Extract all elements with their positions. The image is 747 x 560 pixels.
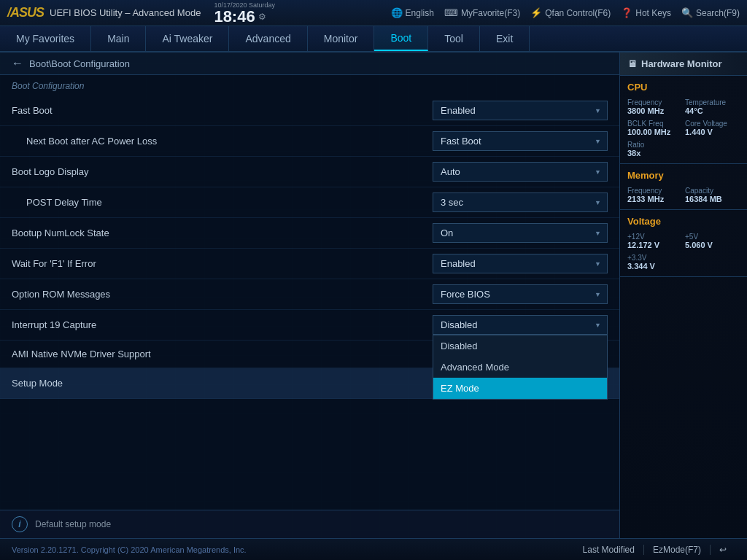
exit-button[interactable]: ↩ <box>711 545 735 555</box>
nav-ai-tweaker[interactable]: Ai Tweaker <box>146 26 229 51</box>
breadcrumb-bar: ← Boot\Boot Configuration <box>0 52 619 75</box>
next-boot-control: Fast Boot <box>433 131 608 151</box>
option-rom-value: Force BIOS <box>441 289 490 300</box>
fast-boot-label: Fast Boot <box>12 105 433 116</box>
interrupt19-value: Disabled <box>441 319 478 330</box>
hw-monitor-title-text: Hardware Monitor <box>641 58 722 69</box>
cpu-section-title: CPU <box>627 82 740 93</box>
keyboard-icon: ⌨ <box>444 7 458 18</box>
main-panel: ← Boot\Boot Configuration Boot Configura… <box>0 52 619 538</box>
memory-section-title: Memory <box>627 170 740 181</box>
datetime-block: 10/17/2020 Saturday 18:46 ⚙ <box>214 1 275 25</box>
option-rom-dropdown[interactable]: Force BIOS <box>433 284 608 304</box>
language-selector[interactable]: 🌐 English <box>391 7 434 18</box>
post-delay-label: POST Delay Time <box>26 197 433 208</box>
option-rom-control: Force BIOS <box>433 284 608 304</box>
info-bar: i Default setup mode <box>0 510 619 538</box>
settings-list: Fast Boot Enabled Next Boot after AC Pow… <box>0 94 619 510</box>
nav-tool[interactable]: Tool <box>428 26 480 51</box>
hw-monitor-title: 🖥 Hardware Monitor <box>620 52 747 76</box>
main-container: /ASUS UEFI BIOS Utility – Advanced Mode … <box>0 0 747 560</box>
numlock-label: Bootup NumLock State <box>12 228 433 238</box>
cpu-freq-label: Frequency 3800 MHz <box>627 98 682 115</box>
hotkeys-button[interactable]: ❓ Hot Keys <box>621 7 671 18</box>
ez-mode-button[interactable]: EzMode(F7) <box>644 545 711 555</box>
boot-logo-value: Auto <box>441 166 460 177</box>
numlock-control: On <box>433 223 608 243</box>
fast-boot-row: Fast Boot Enabled <box>0 96 619 126</box>
breadcrumb: Boot\Boot Configuration <box>29 58 130 69</box>
mem-capacity-label: Capacity 16384 MB <box>685 187 740 203</box>
boot-logo-dropdown[interactable]: Auto <box>433 162 608 182</box>
wait-f1-label: Wait For 'F1' If Error <box>12 258 433 269</box>
boot-logo-label: Boot Logo Display <box>12 166 433 177</box>
cpu-corevolt-label: Core Voltage 1.440 V <box>685 120 740 136</box>
bottom-right-actions: Last Modified EzMode(F7) ↩ <box>574 545 735 555</box>
nav-bar: My Favorites Main Ai Tweaker Advanced Mo… <box>0 26 747 52</box>
post-delay-value: 3 sec <box>441 197 463 208</box>
help-icon: ❓ <box>621 7 632 18</box>
fast-boot-dropdown[interactable]: Enabled <box>433 101 608 120</box>
wait-f1-dropdown[interactable]: Enabled <box>433 254 608 273</box>
boot-logo-row: Boot Logo Display Auto <box>0 157 619 187</box>
version-text: Version 2.20.1271. Copyright (C) 2020 Am… <box>12 545 247 554</box>
language-label: English <box>406 8 434 18</box>
nav-boot[interactable]: Boot <box>374 26 428 51</box>
numlock-row: Bootup NumLock State On <box>0 218 619 249</box>
myfavorite-button[interactable]: ⌨ MyFavorite(F3) <box>444 7 520 18</box>
interrupt19-dropdown[interactable]: Disabled <box>433 315 608 335</box>
logo-area: /ASUS UEFI BIOS Utility – Advanced Mode <box>7 5 201 20</box>
wait-f1-control: Enabled <box>433 254 608 273</box>
setup-mode-label: Setup Mode <box>12 378 433 389</box>
info-text: Default setup mode <box>35 519 111 529</box>
boot-logo-control: Auto <box>433 162 608 182</box>
cpu-bclk-label: BCLK Freq 100.00 MHz <box>627 120 682 136</box>
nav-main[interactable]: Main <box>91 26 146 51</box>
next-boot-value: Fast Boot <box>441 136 481 147</box>
time-display: 18:46 <box>214 9 255 25</box>
option-advanced-mode[interactable]: Advanced Mode <box>433 357 607 378</box>
fan-icon: ⚡ <box>530 7 542 18</box>
post-delay-dropdown[interactable]: 3 sec <box>433 192 608 212</box>
interrupt19-menu: Disabled Advanced Mode EZ Mode <box>433 335 608 400</box>
settings-icon[interactable]: ⚙ <box>258 12 266 22</box>
option-rom-row: Option ROM Messages Force BIOS <box>0 279 619 310</box>
info-icon: i <box>12 516 28 532</box>
cpu-temp-label: Temperature 44°C <box>685 98 740 115</box>
last-modified-button[interactable]: Last Modified <box>574 545 644 555</box>
fast-boot-control: Enabled <box>433 101 608 120</box>
back-arrow[interactable]: ← <box>12 57 23 70</box>
option-disabled[interactable]: Disabled <box>433 335 607 357</box>
v12-label: +12V 12.172 V <box>627 233 682 249</box>
voltage-grid: +12V 12.172 V +5V 5.060 V +3.3V 3.344 V <box>627 233 740 271</box>
search-label: Search(F9) <box>696 8 740 18</box>
monitor-icon: 🖥 <box>627 58 637 69</box>
voltage-section: Voltage +12V 12.172 V +5V 5.060 V +3.3V … <box>620 210 747 277</box>
voltage-section-title: Voltage <box>627 216 740 227</box>
ami-nvme-label: AMI Native NVMe Driver Support <box>12 349 433 359</box>
globe-icon: 🌐 <box>391 7 403 18</box>
wait-f1-value: Enabled <box>441 258 476 269</box>
memory-grid: Frequency 2133 MHz Capacity 16384 MB <box>627 187 740 203</box>
search-button[interactable]: 🔍 Search(F9) <box>681 7 740 18</box>
next-boot-label: Next Boot after AC Power Loss <box>26 136 433 147</box>
nav-advanced[interactable]: Advanced <box>229 26 307 51</box>
next-boot-dropdown[interactable]: Fast Boot <box>433 131 608 151</box>
post-delay-control: 3 sec <box>433 192 608 212</box>
qfan-label: Qfan Control(F6) <box>545 8 611 18</box>
v33-label: +3.3V 3.344 V <box>627 254 682 271</box>
nav-my-favorites[interactable]: My Favorites <box>0 26 91 51</box>
qfan-control-button[interactable]: ⚡ Qfan Control(F6) <box>530 7 611 18</box>
nav-exit[interactable]: Exit <box>480 26 530 51</box>
v5-label: +5V 5.060 V <box>685 233 740 249</box>
numlock-value: On <box>441 228 453 238</box>
hotkeys-label: Hot Keys <box>635 8 671 18</box>
cpu-ratio-label: Ratio 38x <box>627 141 682 158</box>
myfavorite-label: MyFavorite(F3) <box>461 8 520 18</box>
boot-config-section-title: Boot Configuration <box>0 75 619 94</box>
option-rom-label: Option ROM Messages <box>12 289 433 300</box>
option-ez-mode[interactable]: EZ Mode <box>433 378 607 399</box>
nav-monitor[interactable]: Monitor <box>308 26 375 51</box>
search-icon: 🔍 <box>681 7 693 18</box>
numlock-dropdown[interactable]: On <box>433 223 608 243</box>
